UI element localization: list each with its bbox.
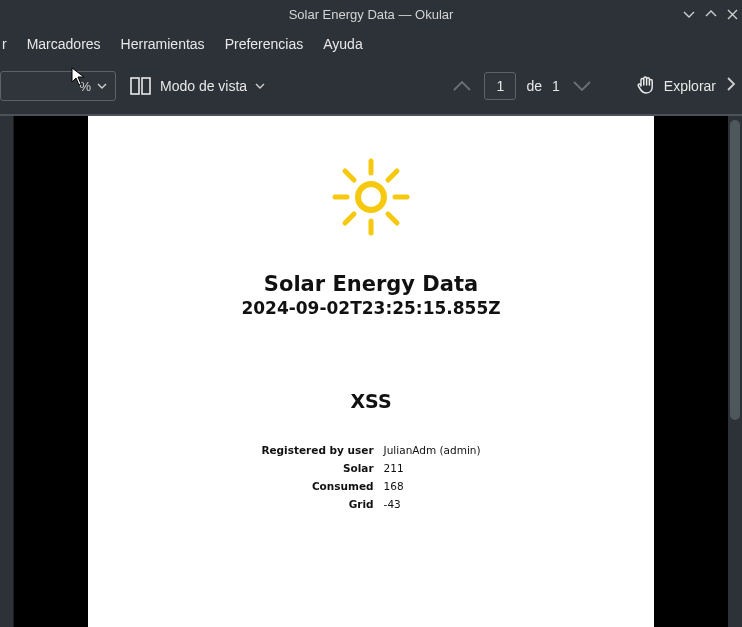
field-value: JulianAdm (admin) <box>380 442 485 458</box>
field-value: 168 <box>380 478 485 494</box>
svg-line-9 <box>388 171 397 180</box>
menu-preferences[interactable]: Preferencias <box>215 30 314 58</box>
page-nav: de 1 <box>450 72 593 100</box>
svg-line-8 <box>388 214 397 223</box>
chevron-down-icon <box>97 80 107 92</box>
svg-line-10 <box>345 214 354 223</box>
table-row: Grid -43 <box>257 496 484 512</box>
menu-bar: r Marcadores Herramientas Preferencias A… <box>0 28 742 60</box>
menu-cutoff[interactable]: r <box>0 30 17 58</box>
toolbar-right: Explorar <box>636 74 736 99</box>
toolbar: % Modo de vista de 1 <box>0 60 742 116</box>
sun-icon <box>88 154 654 240</box>
field-label: Registered by user <box>257 442 377 458</box>
minimize-icon[interactable] <box>683 7 695 22</box>
field-label: Consumed <box>257 478 377 494</box>
vertical-scrollbar[interactable] <box>728 116 742 627</box>
svg-point-2 <box>358 184 384 210</box>
pdf-page: Solar Energy Data 2024-09-02T23:25:15.85… <box>88 116 654 627</box>
document-title: Solar Energy Data <box>88 272 654 296</box>
toolbar-overflow-icon[interactable] <box>726 76 736 96</box>
menu-help[interactable]: Ayuda <box>313 30 372 58</box>
explore-label: Explorar <box>664 78 716 94</box>
svg-line-7 <box>345 171 354 180</box>
page-of: de 1 <box>526 78 559 94</box>
field-label: Grid <box>257 496 377 512</box>
page-number-input[interactable] <box>484 72 516 100</box>
menu-bookmarks[interactable]: Marcadores <box>17 30 111 58</box>
field-label: Solar <box>257 460 377 476</box>
table-row: Registered by user JulianAdm (admin) <box>257 442 484 458</box>
table-row: Solar 211 <box>257 460 484 476</box>
document-section: XSS <box>88 390 654 412</box>
side-panel-sash[interactable] <box>0 116 14 627</box>
zoom-combo[interactable]: % <box>0 71 116 101</box>
title-bar: Solar Energy Data — Okular <box>0 0 742 28</box>
facing-pages-icon <box>130 76 152 96</box>
svg-rect-0 <box>131 78 139 94</box>
maximize-icon[interactable] <box>705 7 717 22</box>
document-viewport: Solar Energy Data 2024-09-02T23:25:15.85… <box>0 116 742 627</box>
view-mode-label: Modo de vista <box>160 78 247 94</box>
svg-rect-1 <box>142 78 150 94</box>
field-value: 211 <box>380 460 485 476</box>
window-title: Solar Energy Data — Okular <box>289 7 454 22</box>
scrollbar-thumb[interactable] <box>730 120 740 420</box>
data-table: Registered by user JulianAdm (admin) Sol… <box>255 440 486 514</box>
explore-button[interactable]: Explorar <box>636 74 716 99</box>
field-value: -43 <box>380 496 485 512</box>
page-of-label: de <box>526 78 542 94</box>
view-mode-button[interactable]: Modo de vista <box>130 76 265 96</box>
zoom-value: % <box>9 79 97 94</box>
chevron-down-icon <box>255 83 265 90</box>
page-total: 1 <box>552 78 560 94</box>
next-page-button[interactable] <box>570 74 594 98</box>
menu-tools[interactable]: Herramientas <box>111 30 215 58</box>
table-row: Consumed 168 <box>257 478 484 494</box>
prev-page-button[interactable] <box>450 74 474 98</box>
document-timestamp: 2024-09-02T23:25:15.855Z <box>88 298 654 318</box>
window-controls <box>683 0 738 28</box>
hand-icon <box>636 74 656 99</box>
close-icon[interactable] <box>727 7 738 22</box>
